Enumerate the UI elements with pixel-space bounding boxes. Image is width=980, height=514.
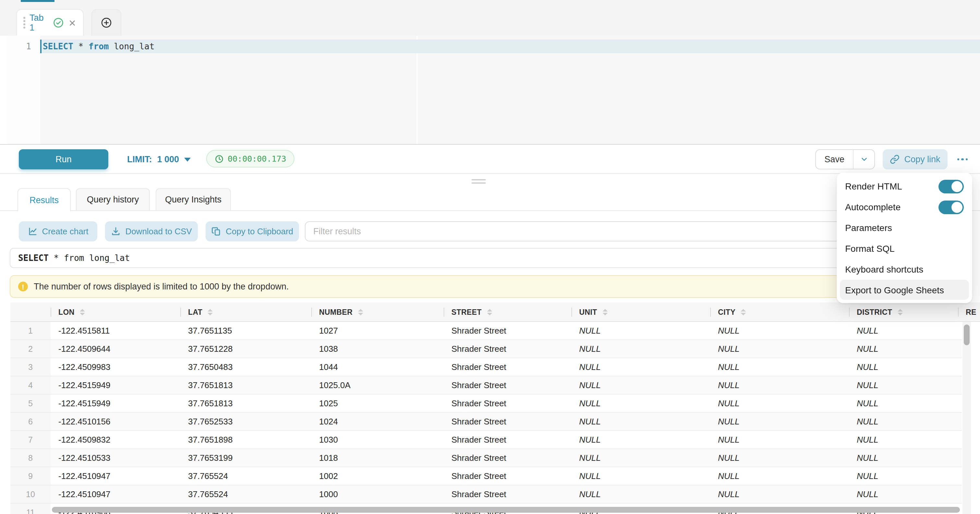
menu-item-label: Render HTML: [845, 181, 902, 192]
menu-item-format-sql[interactable]: Format SQL: [837, 238, 972, 259]
menu-item-render-html[interactable]: Render HTML: [837, 176, 972, 196]
vertical-scrollbar-track[interactable]: [963, 322, 971, 514]
cell: NULL: [710, 322, 849, 339]
column-header-city[interactable]: CITY: [710, 302, 849, 321]
cell: 37.7651135: [180, 322, 311, 339]
column-header-lon[interactable]: LON: [51, 302, 180, 321]
copy-link-label: Copy link: [904, 155, 940, 164]
column-label: STREET: [452, 308, 482, 316]
new-tab-button[interactable]: [91, 9, 121, 36]
menu-item-keyboard-shortcuts[interactable]: Keyboard shortcuts: [837, 259, 972, 280]
tab-drag-handle-icon[interactable]: [23, 17, 25, 29]
cell: -122.4515811: [51, 322, 180, 339]
chevron-down-icon: [184, 157, 191, 161]
cell: NULL: [849, 377, 958, 394]
cell: 1030: [311, 431, 444, 449]
cell: NULL: [849, 322, 958, 339]
save-button[interactable]: Save: [816, 150, 854, 169]
create-chart-button[interactable]: Create chart: [19, 221, 97, 241]
cell: NULL: [710, 449, 849, 467]
sort-icon[interactable]: [897, 309, 902, 315]
cell: [958, 467, 962, 485]
column-header-number[interactable]: NUMBER: [311, 302, 444, 321]
row-number-cell: 6: [10, 413, 51, 430]
cell: -122.4515949: [51, 394, 180, 412]
cell: 1025.0A: [311, 377, 444, 394]
cell: 1027: [311, 322, 444, 339]
query-success-icon: [53, 18, 64, 28]
copy-to-clipboard-button[interactable]: Copy to Clipboard: [205, 221, 299, 241]
table-row: 9-122.451094737.7655241002Shrader Street…: [10, 467, 962, 485]
cell: [958, 322, 962, 339]
row-number-cell: 2: [10, 340, 51, 358]
run-toolbar: Run LIMIT: 1 000 00:00:00.173 Save Copy …: [0, 145, 980, 174]
tab-1[interactable]: Tab 1: [16, 9, 84, 36]
menu-item-parameters[interactable]: Parameters: [837, 217, 972, 238]
sort-icon[interactable]: [358, 309, 363, 315]
column-header-district[interactable]: DISTRICT: [849, 302, 958, 321]
column-label: LAT: [188, 308, 202, 316]
cell: 1000: [311, 485, 444, 503]
cell: NULL: [849, 340, 958, 358]
cell: -122.4509832: [51, 431, 180, 449]
column-header-street[interactable]: STREET: [444, 302, 571, 321]
copy-link-button[interactable]: Copy link: [883, 149, 948, 169]
sort-icon[interactable]: [80, 309, 85, 315]
table-body: 1-122.451581137.76511351027Shrader Stree…: [10, 322, 962, 514]
download-csv-button[interactable]: Download to CSV: [105, 221, 198, 241]
limit-dropdown[interactable]: LIMIT: 1 000: [127, 149, 191, 169]
horizontal-scrollbar-thumb[interactable]: [52, 507, 960, 513]
sort-icon[interactable]: [487, 309, 492, 315]
cell: Shrader Street: [444, 467, 571, 485]
cell: NULL: [571, 322, 710, 339]
editor-code-area[interactable]: SELECT * from long_lat: [40, 36, 980, 144]
column-header-re[interactable]: RE: [958, 302, 980, 321]
tab-query-history[interactable]: Query history: [76, 188, 150, 211]
sort-icon[interactable]: [741, 309, 746, 315]
close-tab-icon[interactable]: [68, 19, 76, 27]
column-header-unit[interactable]: UNIT: [571, 302, 710, 321]
cell: [958, 431, 962, 449]
menu-item-export-to-google-sheets[interactable]: Export to Google Sheets: [840, 280, 969, 300]
cell: NULL: [571, 485, 710, 503]
clock-icon: [215, 154, 224, 163]
toggle-switch-on[interactable]: [939, 179, 964, 193]
sort-icon[interactable]: [208, 309, 213, 315]
cell: NULL: [571, 340, 710, 358]
run-button[interactable]: Run: [19, 149, 108, 169]
cell: NULL: [710, 485, 849, 503]
column-label: RE: [966, 308, 977, 316]
warning-icon: !: [18, 282, 28, 291]
menu-item-label: Autocomplete: [845, 202, 900, 212]
sql-query-app: Tab 1 SELECT * from long_lat 1 Run: [0, 0, 980, 514]
cell: NULL: [571, 467, 710, 485]
tab-results[interactable]: Results: [18, 188, 71, 212]
warning-text: The number of rows displayed is limited …: [34, 282, 289, 291]
elapsed-time-value: 00:00:00.173: [228, 154, 286, 164]
toggle-switch-on[interactable]: [939, 200, 964, 214]
table-row: 6-122.451015637.76525331024Shrader Stree…: [10, 413, 962, 431]
cell: [958, 449, 962, 467]
sort-icon[interactable]: [602, 309, 608, 315]
menu-item-label: Parameters: [845, 223, 892, 233]
cell: -122.4510156: [51, 413, 180, 430]
sql-editor[interactable]: SELECT * from long_lat 1: [0, 36, 980, 145]
menu-item-autocomplete[interactable]: Autocomplete: [837, 196, 972, 217]
link-icon: [890, 155, 900, 164]
tab-query-insights[interactable]: Query Insights: [156, 188, 231, 211]
menu-item-label: Export to Google Sheets: [845, 284, 944, 295]
cell: Shrader Street: [444, 431, 571, 449]
vertical-scrollbar-thumb[interactable]: [964, 324, 970, 345]
more-options-button[interactable]: [952, 149, 973, 169]
active-line-highlight: [40, 40, 980, 53]
tab-label: Tab 1: [30, 13, 49, 32]
pane-resize-handle[interactable]: [471, 179, 486, 186]
column-header-lat[interactable]: LAT: [180, 302, 311, 321]
cell: NULL: [849, 467, 958, 485]
save-options-button[interactable]: [854, 150, 874, 169]
cell: 1025: [311, 394, 444, 412]
limit-label: LIMIT:: [127, 155, 152, 164]
sql-code-line[interactable]: SELECT * from long_lat: [43, 40, 154, 53]
more-options-menu: Render HTMLAutocompleteParametersFormat …: [837, 172, 972, 303]
cell: 37.765524: [180, 467, 311, 485]
